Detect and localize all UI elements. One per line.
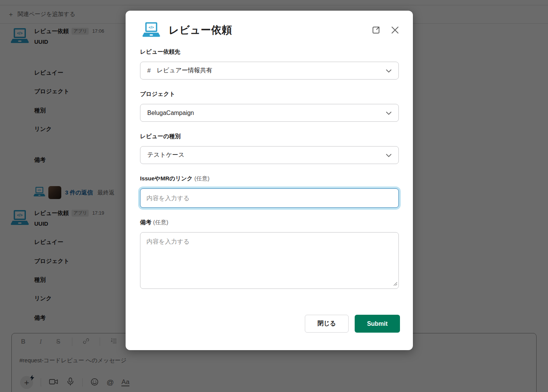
modal-title: レビュー依頼 (169, 23, 232, 37)
chevron-down-icon (386, 152, 392, 159)
field-label-destination: レビュー依頼先 (140, 47, 398, 56)
resize-handle[interactable] (393, 280, 397, 287)
field-label-project: プロジェクト (140, 89, 398, 99)
chevron-down-icon (386, 67, 392, 74)
destination-select-value: レビュアー情報共有 (157, 67, 212, 75)
project-select[interactable]: BelugaCampaign (140, 104, 399, 122)
close-button[interactable]: 閉じる (305, 315, 349, 333)
modal-header: レビュー依頼 (126, 11, 413, 38)
destination-select[interactable]: # レビュアー情報共有 (140, 62, 399, 80)
close-icon[interactable] (390, 25, 400, 35)
notes-textarea[interactable] (140, 232, 399, 289)
optional-hint: (任意) (153, 219, 168, 225)
open-external-icon[interactable] (371, 25, 381, 35)
modal-body: レビュー依頼先 # レビュアー情報共有 プロジェクト BelugaCampaig… (126, 38, 413, 290)
review-type-select-value: テストケース (147, 151, 185, 159)
link-label-text: IssueやMRのリンク (140, 175, 193, 182)
field-label-notes: 備考 (任意) (140, 218, 398, 227)
chevron-down-icon (386, 110, 392, 116)
field-label-link: IssueやMRのリンク (任意) (140, 174, 398, 183)
modal-footer: 閉じる Submit (126, 290, 413, 333)
submit-button[interactable]: Submit (355, 315, 400, 333)
link-input[interactable] (140, 188, 399, 208)
project-select-value: BelugaCampaign (147, 110, 194, 116)
notes-label-text: 備考 (140, 219, 151, 225)
field-label-review-type: レビューの種別 (140, 132, 398, 141)
channel-hash-icon: # (147, 67, 151, 74)
laptop-code-icon (142, 22, 160, 38)
review-request-modal: レビュー依頼 レビュー依頼先 # レビュアー情報共有 (126, 11, 413, 350)
review-type-select[interactable]: テストケース (140, 146, 399, 164)
optional-hint: (任意) (194, 175, 210, 182)
app-window: ＋ 関連ページを追加する レビュー依頼 アプリ 17:06 UUID レビュイー… (0, 0, 548, 392)
